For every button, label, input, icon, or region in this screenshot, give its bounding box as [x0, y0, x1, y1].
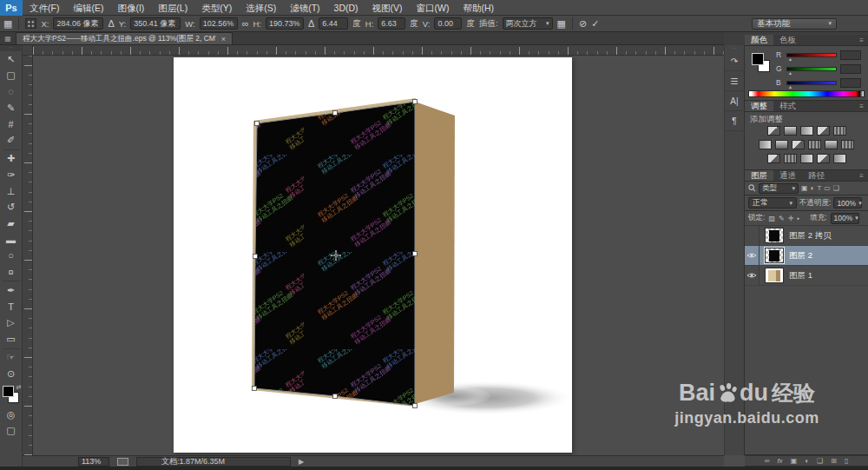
adj-levels-icon[interactable] — [784, 126, 797, 136]
rotate-field[interactable]: 6.44 — [319, 17, 348, 30]
tool-history-brush-icon[interactable]: ↺ — [0, 199, 23, 215]
color-spectrum-ramp[interactable] — [748, 90, 865, 97]
green-value-field[interactable] — [840, 64, 861, 74]
layer-mask-icon[interactable]: ▣ — [791, 457, 798, 465]
x-field[interactable]: 284.06 像素 — [53, 17, 103, 30]
reference-point-locator[interactable] — [25, 18, 36, 29]
blue-value-field[interactable] — [840, 78, 861, 88]
adj-selective-color-icon[interactable] — [833, 154, 846, 163]
tool-path-selection-icon[interactable]: ▷ — [0, 315, 23, 332]
blend-mode-dropdown[interactable]: 正常▾ — [748, 197, 797, 209]
foreground-color-swatch[interactable] — [752, 53, 764, 65]
relative-position-icon[interactable]: Δ — [108, 17, 114, 30]
slider-thumb-icon[interactable]: ▲ — [788, 56, 792, 62]
height-field[interactable]: 190.73% — [266, 17, 304, 30]
tool-pen-icon[interactable]: ✒ — [0, 282, 23, 299]
warp-mode-toggle-icon[interactable]: ▦ — [557, 17, 566, 30]
adj-curves-icon[interactable] — [800, 126, 813, 136]
tool-eyedropper-icon[interactable]: ✐ — [0, 132, 23, 149]
width-field[interactable]: 102.56% — [200, 17, 238, 30]
visibility-toggle[interactable] — [745, 266, 760, 286]
strip-grip[interactable]: ∙∙ — [733, 45, 735, 51]
adj-hue-saturation-icon[interactable] — [759, 140, 772, 149]
filter-shape-layers-icon[interactable]: ▭ — [824, 184, 831, 192]
tool-move-icon[interactable]: ↖ — [0, 51, 23, 68]
tool-gradient-icon[interactable]: ▬ — [0, 232, 23, 248]
tab-styles[interactable]: 样式 — [773, 101, 802, 111]
handle-right-mid[interactable] — [413, 252, 418, 256]
layer-row-layer2-copy[interactable]: 图层 2 拷贝 — [745, 226, 868, 246]
tool-blur-icon[interactable]: ○ — [0, 248, 23, 264]
menu-image[interactable]: 图像(I) — [110, 0, 151, 16]
tool-type-icon[interactable]: T — [0, 299, 23, 315]
h-skew-field[interactable]: 6.63 — [378, 17, 405, 30]
tool-clone-stamp-icon[interactable]: ⊥ — [0, 183, 23, 200]
visibility-toggle[interactable] — [745, 226, 760, 246]
canvas-pasteboard[interactable]: 程大大学PS2移动工具之扭曲 程大大学PS2移动工具之扭曲 程大大学PS2移动工… — [33, 56, 724, 455]
menu-file[interactable]: 文件(F) — [23, 0, 66, 16]
adj-color-balance-icon[interactable] — [775, 140, 788, 149]
tab-layers[interactable]: 图层 — [745, 170, 773, 181]
handle-bottom-left[interactable] — [253, 387, 257, 391]
panel-menu-icon[interactable]: ≡ — [859, 35, 868, 45]
filter-pixel-layers-icon[interactable]: ▣ — [801, 184, 808, 192]
tab-color[interactable]: 颜色 — [745, 35, 773, 45]
tab-paths[interactable]: 路径 — [802, 170, 831, 181]
handle-top-left[interactable] — [255, 122, 260, 126]
slider-thumb-icon[interactable]: ▲ — [788, 70, 792, 76]
workspace-switcher[interactable]: 基本功能▾ — [752, 18, 837, 30]
commit-transform-button[interactable]: ✓ — [591, 17, 599, 30]
layer-row-layer2[interactable]: 图层 2 — [745, 246, 868, 266]
adj-brightness-contrast-icon[interactable] — [767, 126, 780, 136]
layer-style-icon[interactable]: fx — [777, 457, 782, 465]
layer-thumbnail[interactable] — [765, 248, 784, 263]
menu-select[interactable]: 选择(S) — [239, 0, 283, 16]
red-value-field[interactable] — [840, 50, 861, 60]
menu-view[interactable]: 视图(V) — [365, 0, 410, 16]
menu-filter[interactable]: 滤镜(T) — [283, 0, 326, 16]
paragraph-panel-icon[interactable]: ¶ — [724, 111, 745, 131]
filter-type-layers-icon[interactable]: T — [817, 184, 821, 192]
foreground-color-swatch[interactable] — [3, 386, 14, 397]
adj-exposure-icon[interactable] — [817, 126, 830, 136]
filter-adjustment-layers-icon[interactable]: ◐ — [811, 184, 815, 192]
tool-rectangle-icon[interactable]: ▭ — [0, 331, 23, 348]
new-layer-icon[interactable]: ⊞ — [831, 457, 837, 465]
layer-thumbnail[interactable] — [765, 268, 784, 283]
panel-menu-icon[interactable]: ≡ — [859, 170, 868, 181]
adjustment-layer-icon[interactable]: ◐ — [805, 457, 809, 465]
properties-panel-icon[interactable]: ☰ — [724, 71, 745, 91]
layer-group-icon[interactable]: ❏ — [817, 457, 823, 465]
toolbar-grip[interactable]: ∙∙ — [0, 45, 23, 51]
adj-posterize-icon[interactable] — [784, 154, 797, 163]
adj-color-lookup-icon[interactable] — [841, 140, 854, 149]
adj-invert-icon[interactable] — [767, 154, 780, 163]
tool-marquee-icon[interactable]: ▢ — [0, 68, 23, 84]
cancel-transform-button[interactable]: ⊘ — [579, 17, 587, 30]
lock-pixels-icon[interactable]: ✎ — [779, 215, 785, 222]
adj-photo-filter-icon[interactable] — [808, 140, 821, 149]
layer-thumbnail[interactable] — [765, 228, 784, 243]
filter-smart-object-icon[interactable]: ❏ — [833, 184, 839, 192]
tool-dodge-icon[interactable]: ¤ — [0, 264, 23, 281]
tool-healing-brush-icon[interactable]: ✚ — [0, 151, 23, 168]
tab-channels[interactable]: 通道 — [773, 170, 802, 181]
y-field[interactable]: 350.41 像素 — [130, 17, 181, 30]
document-tab[interactable]: 程大大学PS2——移动工具之扭曲.eps @ 113%(图层 2, CMYK/8… — [16, 32, 233, 44]
menu-help[interactable]: 帮助(H) — [457, 0, 502, 16]
vertical-ruler[interactable] — [23, 56, 33, 455]
arrange-documents-icon[interactable]: ▦ — [0, 32, 16, 44]
menu-window[interactable]: 窗口(W) — [410, 0, 457, 16]
menu-edit[interactable]: 编辑(E) — [66, 0, 110, 16]
tool-brush-icon[interactable]: ✑ — [0, 167, 23, 183]
close-icon[interactable]: × — [221, 35, 226, 43]
handle-top-mid[interactable] — [333, 111, 338, 116]
slider-thumb-icon[interactable]: ▲ — [788, 84, 792, 89]
menu-layer[interactable]: 图层(L) — [151, 0, 194, 16]
character-panel-icon[interactable]: A| — [724, 91, 745, 111]
handle-left-mid[interactable] — [253, 255, 258, 259]
adj-gradient-map-icon[interactable] — [817, 154, 830, 163]
adj-vibrance-icon[interactable] — [833, 126, 846, 136]
lock-transparency-icon[interactable]: ▨ — [768, 215, 775, 222]
visibility-toggle[interactable] — [745, 246, 760, 266]
